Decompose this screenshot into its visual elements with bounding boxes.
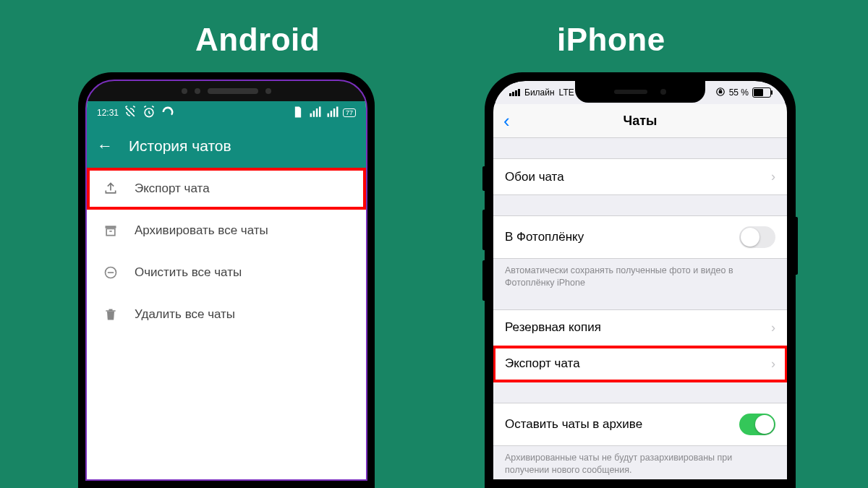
alarm-off-icon bbox=[123, 105, 137, 121]
back-arrow-icon[interactable]: ← bbox=[97, 137, 113, 155]
column-title-android: Android bbox=[195, 22, 320, 58]
signal-4g-icon bbox=[308, 105, 323, 121]
back-chevron-icon[interactable]: ‹ bbox=[503, 110, 510, 132]
group-footer: Архивированные чаты не будут разархивиро… bbox=[493, 446, 787, 476]
column-title-iphone: iPhone bbox=[557, 22, 665, 58]
row-export-chat[interactable]: Экспорт чата › bbox=[493, 346, 787, 382]
battery-percent: 55 % bbox=[729, 87, 749, 98]
upload-icon bbox=[103, 181, 119, 197]
row-save-to-camera-roll[interactable]: В Фотоплёнку bbox=[493, 216, 787, 258]
settings-group-wallpaper: Обои чата › bbox=[493, 158, 787, 195]
status-time: 12:31 bbox=[97, 108, 119, 118]
chevron-right-icon: › bbox=[771, 169, 775, 184]
android-notch bbox=[87, 81, 366, 101]
row-label: Экспорт чата bbox=[505, 356, 580, 371]
settings-group-cameraroll: В Фотоплёнку bbox=[493, 215, 787, 259]
signal-bars-icon bbox=[509, 89, 520, 96]
row-label: Резервная копия bbox=[505, 320, 601, 335]
row-label: В Фотоплёнку bbox=[505, 230, 584, 244]
toggle-switch[interactable] bbox=[739, 414, 775, 435]
android-header: ← История чатов bbox=[87, 124, 366, 168]
page-title: Чаты bbox=[624, 114, 658, 129]
group-footer: Автоматически сохранять полученные фото … bbox=[493, 259, 787, 289]
list-item-delete-all[interactable]: Удалить все чаты bbox=[87, 294, 366, 335]
row-label: Обои чата bbox=[505, 170, 564, 184]
list-item-archive-all[interactable]: Архивировать все чаты bbox=[87, 210, 366, 252]
list-item-clear-all[interactable]: Очистить все чаты bbox=[87, 252, 366, 294]
iphone-navbar: ‹ Чаты bbox=[493, 104, 787, 138]
toggle-switch[interactable] bbox=[739, 226, 775, 248]
carrier-label: Билайн bbox=[524, 87, 555, 98]
android-statusbar: 12:31 bbox=[87, 101, 366, 124]
svg-rect-3 bbox=[719, 90, 722, 93]
sync-icon bbox=[161, 105, 175, 121]
iphone-notch bbox=[575, 81, 705, 103]
orientation-lock-icon bbox=[715, 87, 726, 99]
page-title: История чатов bbox=[129, 137, 231, 155]
list-item-export-chat[interactable]: Экспорт чата bbox=[87, 168, 366, 210]
settings-group-backup: Резервная копия › Экспорт чата › bbox=[493, 309, 787, 382]
row-chat-wallpaper[interactable]: Обои чата › bbox=[493, 159, 787, 194]
android-phone-frame: 12:31 bbox=[78, 72, 375, 488]
list-item-label: Удалить все чаты bbox=[135, 307, 235, 322]
network-label: LTE bbox=[559, 87, 574, 98]
iphone-phone-frame: Билайн LTE 55 % ‹ Чаты bbox=[485, 72, 796, 488]
alarm-icon bbox=[142, 105, 156, 121]
list-item-label: Экспорт чата bbox=[135, 181, 210, 196]
android-history-list: Экспорт чата Архивировать все чаты Очист… bbox=[87, 168, 366, 479]
row-backup[interactable]: Резервная копия › bbox=[493, 310, 787, 346]
signal-icon bbox=[326, 105, 340, 121]
battery-icon bbox=[752, 87, 771, 98]
row-keep-archived[interactable]: Оставить чаты в архиве bbox=[493, 403, 787, 445]
sim-icon bbox=[291, 105, 305, 121]
chevron-right-icon: › bbox=[771, 320, 775, 335]
row-label: Оставить чаты в архиве bbox=[505, 417, 642, 432]
archive-icon bbox=[103, 223, 119, 239]
list-item-label: Архивировать все чаты bbox=[135, 223, 268, 238]
chevron-right-icon: › bbox=[771, 356, 775, 372]
settings-group-archive: Оставить чаты в архиве bbox=[493, 403, 787, 446]
clear-icon bbox=[103, 265, 119, 281]
trash-icon bbox=[103, 307, 119, 322]
battery-icon: 77 bbox=[343, 108, 356, 117]
list-item-label: Очистить все чаты bbox=[135, 265, 242, 280]
